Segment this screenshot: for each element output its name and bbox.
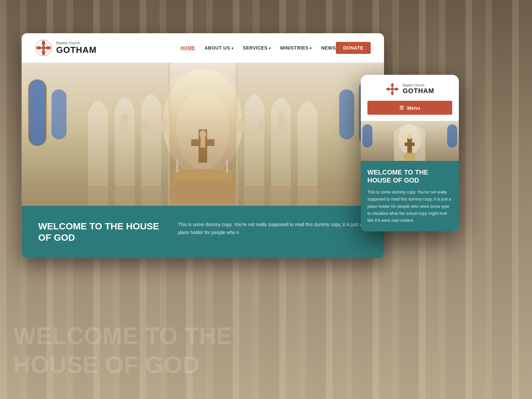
desktop-welcome-text: This is some dummy copy. You're not real… — [178, 221, 367, 237]
nav-link-news[interactable]: NEWS — [321, 45, 336, 51]
mobile-hero-image — [361, 121, 459, 161]
svg-rect-47 — [404, 153, 415, 161]
svg-point-13 — [163, 69, 243, 176]
desktop-hero-image — [22, 63, 384, 206]
logo-icon — [35, 39, 52, 57]
svg-rect-41 — [362, 124, 372, 148]
svg-rect-45 — [405, 143, 415, 146]
mobile-logo-text: Baptist Church GOTHAM — [403, 83, 434, 95]
svg-rect-18 — [191, 139, 214, 146]
church-svg — [22, 63, 384, 206]
svg-rect-20 — [200, 138, 205, 148]
svg-rect-12 — [339, 89, 354, 139]
svg-point-1 — [42, 41, 45, 46]
svg-point-30 — [226, 158, 228, 160]
nav-item-about[interactable]: ABOUT US — [204, 45, 233, 51]
watermark-line1: WELCOME TO THE — [13, 322, 519, 350]
svg-rect-17 — [199, 129, 207, 163]
desktop-logo: Baptist Church GOTHAM — [35, 39, 97, 57]
svg-point-19 — [200, 130, 206, 138]
svg-rect-16 — [175, 169, 231, 179]
background-watermark: WELCOME TO THE HOUSE OF GOD — [0, 322, 532, 379]
svg-rect-6 — [22, 63, 384, 206]
svg-rect-29 — [226, 159, 228, 173]
svg-point-28 — [176, 158, 178, 160]
nav-link-about[interactable]: ABOUT US — [204, 45, 233, 51]
svg-rect-31 — [22, 186, 384, 206]
nav-item-home[interactable]: HOME — [181, 45, 195, 51]
svg-point-4 — [36, 46, 42, 50]
hamburger-icon: ☰ — [399, 105, 404, 111]
nav-item-news[interactable]: NEWS — [321, 45, 336, 51]
svg-rect-9 — [52, 89, 66, 139]
svg-point-2 — [46, 46, 51, 50]
svg-point-36 — [394, 88, 399, 90]
nav-link-services[interactable]: SERVICES — [243, 45, 271, 51]
svg-point-5 — [42, 46, 46, 50]
svg-rect-34 — [235, 63, 238, 206]
svg-rect-33 — [168, 63, 171, 206]
logo-text: Baptist Church GOTHAM — [56, 41, 97, 55]
logo-title: GOTHAM — [56, 45, 97, 55]
svg-point-46 — [408, 135, 412, 139]
mobile-church-image — [361, 121, 459, 161]
nav-item-ministries[interactable]: MINISTRIES — [280, 45, 312, 51]
svg-rect-42 — [447, 124, 457, 148]
logo-subtitle: Baptist Church — [56, 41, 97, 45]
mobile-logo-icon — [385, 82, 399, 96]
svg-point-39 — [391, 87, 394, 91]
mobile-welcome-section: WELCOME TO THE HOUSE OF GOD This is some… — [361, 161, 459, 231]
desktop-mockup: Baptist Church GOTHAM HOME ABOUT US SERV… — [22, 33, 384, 258]
svg-rect-15 — [170, 176, 236, 206]
svg-point-35 — [391, 83, 394, 87]
svg-rect-27 — [176, 159, 178, 173]
mobile-welcome-title: WELCOME TO THE HOUSE OF GOD — [367, 168, 452, 184]
mobile-header: Baptist Church GOTHAM ☰ Menu — [361, 75, 459, 121]
nav-links: HOME ABOUT US SERVICES MINISTRIES NEWS — [181, 45, 336, 51]
nav-link-ministries[interactable]: MINISTRIES — [280, 45, 312, 51]
mobile-menu-label: Menu — [407, 105, 420, 111]
donate-button[interactable]: DONATE — [336, 42, 371, 54]
mobile-logo: Baptist Church GOTHAM — [385, 82, 434, 96]
mobile-mockup: Baptist Church GOTHAM ☰ Menu — [361, 75, 459, 231]
mobile-church-svg — [361, 121, 459, 161]
mobile-logo-title: GOTHAM — [403, 87, 434, 95]
mobile-welcome-text: This is some dummy copy. You're not real… — [367, 189, 452, 224]
nav-link-home[interactable]: HOME — [181, 45, 195, 51]
nav-item-services[interactable]: SERVICES — [243, 45, 271, 51]
desktop-welcome-section: WELCOME TO THE HOUSE OF GOD This is some… — [22, 206, 384, 258]
watermark-line2: HOUSE OF GOD — [13, 350, 519, 379]
svg-point-24 — [238, 118, 244, 134]
svg-point-23 — [161, 118, 168, 134]
mobile-menu-button[interactable]: ☰ Menu — [367, 101, 452, 115]
svg-point-22 — [141, 120, 149, 139]
desktop-welcome-title: WELCOME TO THE HOUSE OF GOD — [38, 221, 161, 243]
svg-point-25 — [257, 120, 265, 139]
svg-point-38 — [386, 88, 391, 90]
svg-point-14 — [176, 89, 229, 169]
mobile-logo-subtitle: Baptist Church — [403, 83, 434, 87]
desktop-nav: Baptist Church GOTHAM HOME ABOUT US SERV… — [22, 33, 384, 63]
svg-point-37 — [391, 91, 394, 95]
svg-point-21 — [121, 113, 129, 133]
svg-point-26 — [277, 113, 285, 133]
church-interior-image — [22, 63, 384, 206]
svg-point-3 — [42, 50, 45, 55]
svg-rect-7 — [28, 79, 47, 146]
